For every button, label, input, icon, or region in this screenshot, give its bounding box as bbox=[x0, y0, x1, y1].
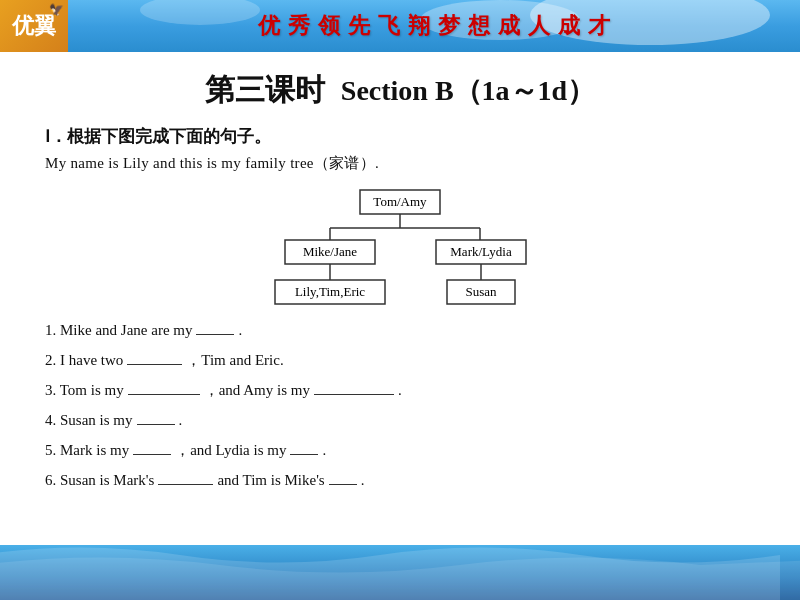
ex1-num: 1. Mike and Jane are my bbox=[45, 315, 192, 345]
exercise-3: 3. Tom is my ，and Amy is my . bbox=[45, 375, 755, 405]
slogan-chars: 优 秀 领 先 飞 翔 梦 想 成 人 成 才 bbox=[258, 11, 610, 41]
ex5-mid: ，and Lydia is my bbox=[175, 435, 286, 465]
logo-bird-icon: 🦅 bbox=[49, 3, 64, 18]
header: 优翼 🦅 优 秀 领 先 飞 翔 梦 想 成 人 成 才 bbox=[0, 0, 800, 52]
ex6-mid: and Tim is Mike's bbox=[217, 465, 324, 495]
slogan-char-3: 领 bbox=[318, 11, 340, 41]
slogan-char-4: 先 bbox=[348, 11, 370, 41]
ex5-end: . bbox=[322, 435, 326, 465]
ex6-blank2[interactable] bbox=[329, 469, 357, 486]
ex3-blank2[interactable] bbox=[314, 379, 394, 396]
ex6-blank1[interactable] bbox=[158, 469, 213, 486]
slogan-char-8: 想 bbox=[468, 11, 490, 41]
slogan-char-12: 才 bbox=[588, 11, 610, 41]
logo-box: 优翼 🦅 bbox=[0, 0, 68, 52]
slogan-char-2: 秀 bbox=[288, 11, 310, 41]
slogan-char-10: 人 bbox=[528, 11, 550, 41]
svg-text:Mark/Lydia: Mark/Lydia bbox=[450, 244, 512, 259]
title-chinese: 第三课时 bbox=[205, 70, 325, 111]
slogan-char-9: 成 bbox=[498, 11, 520, 41]
lesson-title: 第三课时 Section B（1a～1d） bbox=[45, 70, 755, 111]
tree-svg: Tom/Amy Mike/Jane Mark/Lydia Lily,Tim,Er… bbox=[240, 185, 560, 315]
ex5-blank2[interactable] bbox=[290, 439, 318, 456]
exercise-4: 4. Susan is my . bbox=[45, 405, 755, 435]
ex5-blank1[interactable] bbox=[133, 439, 171, 456]
exercise-1: 1. Mike and Jane are my . bbox=[45, 315, 755, 345]
svg-text:Lily,Tim,Eric: Lily,Tim,Eric bbox=[295, 284, 365, 299]
ex4-blank[interactable] bbox=[137, 409, 175, 426]
ex4-text: 4. Susan is my bbox=[45, 405, 133, 435]
header-slogan: 优 秀 领 先 飞 翔 梦 想 成 人 成 才 bbox=[68, 11, 800, 41]
ex2-mid: ，Tim and Eric. bbox=[186, 345, 283, 375]
svg-text:Mike/Jane: Mike/Jane bbox=[303, 244, 357, 259]
ex3-text1: 3. Tom is my bbox=[45, 375, 124, 405]
ex4-end: . bbox=[179, 405, 183, 435]
intro-sentence: My name is Lily and this is my family tr… bbox=[45, 154, 755, 173]
ex3-mid: ，and Amy is my bbox=[204, 375, 310, 405]
svg-text:Tom/Amy: Tom/Amy bbox=[373, 194, 427, 209]
svg-text:Susan: Susan bbox=[465, 284, 497, 299]
ex3-end: . bbox=[398, 375, 402, 405]
main-content: 第三课时 Section B（1a～1d） Ⅰ．根据下图完成下面的句子。 My … bbox=[0, 52, 800, 495]
exercise-5: 5. Mark is my ，and Lydia is my . bbox=[45, 435, 755, 465]
slogan-char-5: 飞 bbox=[378, 11, 400, 41]
ex3-blank1[interactable] bbox=[128, 379, 200, 396]
exercises: 1. Mike and Jane are my . 2. I have two … bbox=[45, 315, 755, 495]
ex2-text: 2. I have two bbox=[45, 345, 123, 375]
ex5-text1: 5. Mark is my bbox=[45, 435, 129, 465]
footer bbox=[0, 545, 800, 600]
title-english: Section B（1a～1d） bbox=[341, 72, 595, 110]
slogan-char-11: 成 bbox=[558, 11, 580, 41]
ex1-end: . bbox=[238, 315, 242, 345]
slogan-char-6: 翔 bbox=[408, 11, 430, 41]
ex1-blank[interactable] bbox=[196, 319, 234, 336]
ex6-end: . bbox=[361, 465, 365, 495]
exercise-6: 6. Susan is Mark's and Tim is Mike's . bbox=[45, 465, 755, 495]
family-tree: Tom/Amy Mike/Jane Mark/Lydia Lily,Tim,Er… bbox=[240, 185, 560, 315]
ex6-text1: 6. Susan is Mark's bbox=[45, 465, 154, 495]
slogan-char-7: 梦 bbox=[438, 11, 460, 41]
instruction-text: Ⅰ．根据下图完成下面的句子。 bbox=[45, 125, 755, 148]
slogan-char-1: 优 bbox=[258, 11, 280, 41]
ex2-blank[interactable] bbox=[127, 349, 182, 366]
exercise-2: 2. I have two ，Tim and Eric. bbox=[45, 345, 755, 375]
